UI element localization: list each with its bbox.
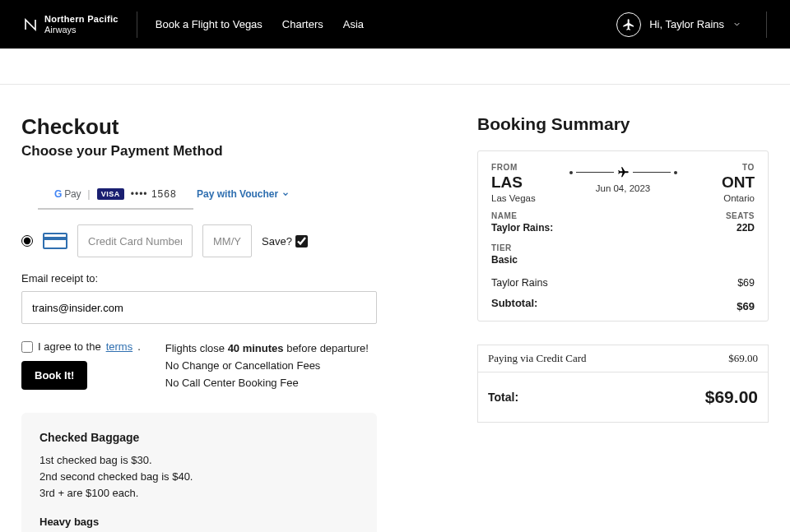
brand-line2: Airways [44, 25, 118, 35]
name-value: Taylor Rains: [491, 222, 553, 234]
book-it-button[interactable]: Book It! [21, 361, 87, 390]
seats-value: 22D [726, 222, 755, 234]
user-menu[interactable]: Hi, Taylor Rains [616, 12, 751, 37]
email-receipt-input[interactable] [21, 291, 377, 324]
nav-book-flight[interactable]: Book a Flight to Vegas [156, 18, 263, 30]
visa-badge-icon: VISA [97, 188, 124, 200]
terms-link[interactable]: terms [106, 340, 133, 353]
baggage-info-box: Checked Baggage 1st checked bag is $30. … [21, 413, 377, 532]
brand-line1: Northern Pacific [44, 14, 118, 25]
main-header: Northern Pacific Airways Book a Flight t… [0, 0, 790, 49]
paying-via-row: Paying via Credit Card $69.00 [477, 345, 769, 372]
header-divider-right [766, 12, 767, 38]
booking-summary-title: Booking Summary [477, 114, 769, 134]
page-subtitle: Choose your Payment Method [21, 143, 428, 160]
from-label: FROM [491, 163, 563, 172]
flight-date: Jun 04, 2023 [596, 183, 651, 193]
to-label: TO [684, 163, 755, 172]
pipe-divider: | [87, 187, 90, 200]
pax-price: $69 [737, 277, 755, 289]
card-last4: •••• 1568 [131, 188, 177, 200]
policy-text: Flights close 40 minutes before departur… [165, 340, 369, 391]
booking-summary-card: FROM LAS Las Vegas Jun 04, 2023 TO ONT O… [477, 150, 769, 322]
airplane-icon [617, 166, 630, 178]
user-avatar-icon [616, 12, 641, 37]
brand-mark-icon [23, 17, 38, 32]
paying-via-label: Paying via Credit Card [488, 352, 587, 365]
credit-card-radio[interactable] [21, 235, 33, 247]
baggage-title: Checked Baggage [40, 429, 359, 447]
heavy-bags-title: Heavy bags [40, 514, 359, 530]
tier-value: Basic [491, 254, 755, 266]
credit-card-icon [43, 233, 67, 249]
save-card-checkbox[interactable] [295, 235, 308, 247]
total-row: Total: $69.00 [477, 372, 769, 423]
voucher-label: Pay with Voucher [197, 188, 278, 200]
terms-prefix: I agree to the [38, 340, 101, 353]
from-city: Las Vegas [491, 193, 563, 203]
credit-card-row: Save? [21, 224, 428, 257]
primary-nav: Book a Flight to Vegas Charters Asia [156, 18, 364, 30]
nav-asia[interactable]: Asia [343, 18, 364, 30]
user-greeting: Hi, Taylor Rains [649, 18, 724, 30]
to-code: ONT [684, 173, 755, 192]
brand-logo[interactable]: Northern Pacific Airways [23, 14, 118, 35]
nav-charters[interactable]: Charters [282, 18, 323, 30]
subtotal-label: Subtotal: [491, 297, 537, 312]
email-receipt-label: Email receipt to: [21, 272, 428, 285]
saved-card-tab[interactable]: G Pay | VISA •••• 1568 [38, 179, 193, 210]
chevron-down-icon [732, 20, 741, 29]
baggage-line: 2nd second checked bag is $40. [40, 469, 359, 485]
pax-name: Taylor Rains [491, 277, 548, 289]
terms-suffix: . [137, 340, 141, 353]
header-divider [137, 12, 137, 38]
terms-checkbox[interactable] [21, 341, 33, 353]
route-line [569, 166, 677, 178]
seats-label: SEATS [726, 211, 755, 220]
subheader-hairline [0, 49, 790, 85]
brand-text: Northern Pacific Airways [44, 14, 118, 35]
subtotal-value: $69 [737, 300, 755, 312]
total-label: Total: [488, 391, 518, 404]
chevron-down-icon [281, 190, 290, 198]
baggage-line: 3rd + are $100 each. [40, 485, 359, 502]
to-city: Ontario [684, 193, 755, 203]
card-expiry-input[interactable] [202, 224, 252, 257]
pay-with-voucher-toggle[interactable]: Pay with Voucher [197, 188, 290, 200]
card-number-input[interactable] [77, 224, 193, 257]
total-amount: $69.00 [705, 387, 758, 407]
save-card-label: Save? [262, 235, 292, 247]
tier-label: TIER [491, 243, 755, 252]
from-code: LAS [491, 173, 563, 192]
paying-via-amount: $69.00 [728, 352, 758, 365]
gpay-icon: G Pay [54, 188, 81, 200]
baggage-line: 1st checked bag is $30. [40, 452, 359, 469]
name-label: NAME [491, 211, 553, 220]
page-title: Checkout [21, 114, 428, 140]
